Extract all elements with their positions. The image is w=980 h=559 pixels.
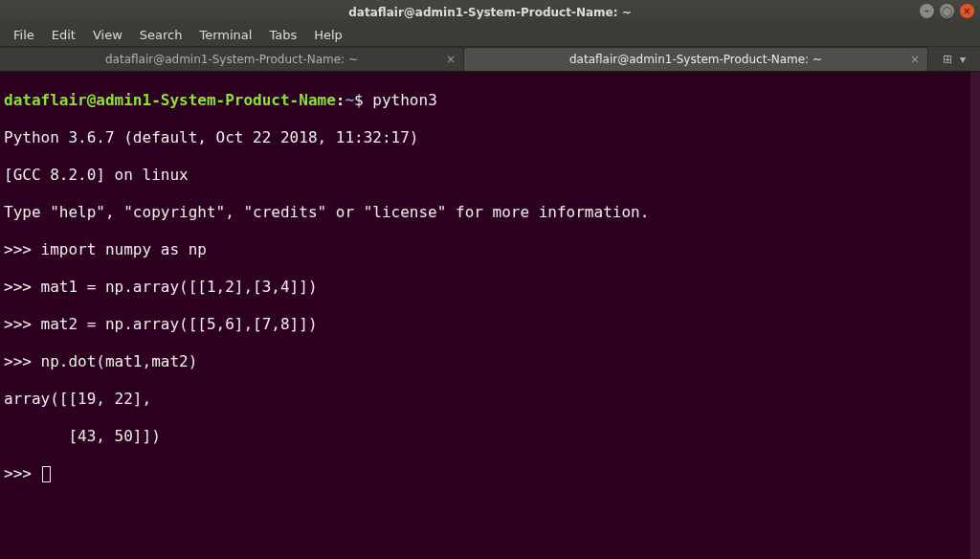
- terminal-line: >>> mat1 = np.array([[1,2],[3,4]]): [4, 278, 976, 297]
- python-prompt: >>>: [4, 315, 41, 333]
- terminal-line: [GCC 8.2.0] on linux: [4, 166, 976, 185]
- prompt-colon: :: [336, 91, 345, 109]
- terminal-line: [43, 50]]): [4, 427, 976, 446]
- chevron-down-icon[interactable]: ▾: [960, 53, 966, 66]
- new-tab-icon[interactable]: ⊞: [943, 53, 952, 66]
- terminal-line: >>> mat2 = np.array([[5,6],[7,8]]): [4, 315, 976, 334]
- menubar: File Edit View Search Terminal Tabs Help: [0, 24, 980, 47]
- terminal-line: >>>: [4, 464, 976, 483]
- terminal-line: >>> np.dot(mat1,mat2): [4, 352, 976, 371]
- tab-label: dataflair@admin1-System-Product-Name: ~: [569, 53, 822, 66]
- menu-search[interactable]: Search: [132, 26, 190, 44]
- tabbar: dataflair@admin1-System-Product-Name: ~ …: [0, 47, 980, 72]
- window-title: dataflair@admin1-System-Product-Name: ~: [348, 6, 631, 19]
- terminal-line: >>> import numpy as np: [4, 240, 976, 259]
- python-input: np.dot(mat1,mat2): [41, 352, 198, 370]
- scrollbar[interactable]: [970, 72, 980, 559]
- python-prompt: >>>: [4, 278, 41, 296]
- prompt-symbol: $: [354, 91, 364, 109]
- tab-close-icon[interactable]: ×: [910, 53, 920, 66]
- menu-file[interactable]: File: [6, 26, 42, 44]
- window-titlebar: dataflair@admin1-System-Product-Name: ~ …: [0, 0, 980, 24]
- minimize-icon[interactable]: –: [920, 4, 934, 18]
- cursor: [42, 466, 51, 482]
- python-input: mat1 = np.array([[1,2],[3,4]]): [41, 278, 318, 296]
- python-prompt: >>>: [4, 240, 41, 258]
- menu-help[interactable]: Help: [306, 26, 350, 44]
- terminal-body[interactable]: dataflair@admin1-System-Product-Name:~$ …: [0, 72, 980, 559]
- terminal-line: array([[19, 22],: [4, 390, 976, 409]
- terminal-line: dataflair@admin1-System-Product-Name:~$ …: [4, 91, 976, 110]
- menu-view[interactable]: View: [85, 26, 130, 44]
- prompt-user-host: dataflair@admin1-System-Product-Name: [4, 91, 336, 109]
- tab-close-icon[interactable]: ×: [446, 53, 456, 66]
- close-icon[interactable]: ×: [960, 4, 974, 18]
- prompt-path: ~: [345, 91, 354, 109]
- shell-command: python3: [364, 91, 437, 109]
- menu-edit[interactable]: Edit: [44, 26, 83, 44]
- tabbar-controls: ⊞ ▾: [928, 47, 980, 71]
- tab-terminal-2[interactable]: dataflair@admin1-System-Product-Name: ~ …: [464, 47, 928, 71]
- tab-terminal-1[interactable]: dataflair@admin1-System-Product-Name: ~ …: [0, 47, 464, 71]
- window-controls: – ◯ ×: [920, 4, 974, 18]
- menu-terminal[interactable]: Terminal: [191, 26, 259, 44]
- terminal-line: Python 3.6.7 (default, Oct 22 2018, 11:3…: [4, 128, 976, 147]
- tab-label: dataflair@admin1-System-Product-Name: ~: [105, 53, 358, 66]
- python-prompt: >>>: [4, 464, 41, 482]
- python-prompt: >>>: [4, 352, 41, 370]
- python-input: import numpy as np: [41, 240, 207, 258]
- maximize-icon[interactable]: ◯: [940, 4, 954, 18]
- python-input: mat2 = np.array([[5,6],[7,8]]): [41, 315, 318, 333]
- menu-tabs[interactable]: Tabs: [261, 26, 304, 44]
- terminal-line: Type "help", "copyright", "credits" or "…: [4, 203, 976, 222]
